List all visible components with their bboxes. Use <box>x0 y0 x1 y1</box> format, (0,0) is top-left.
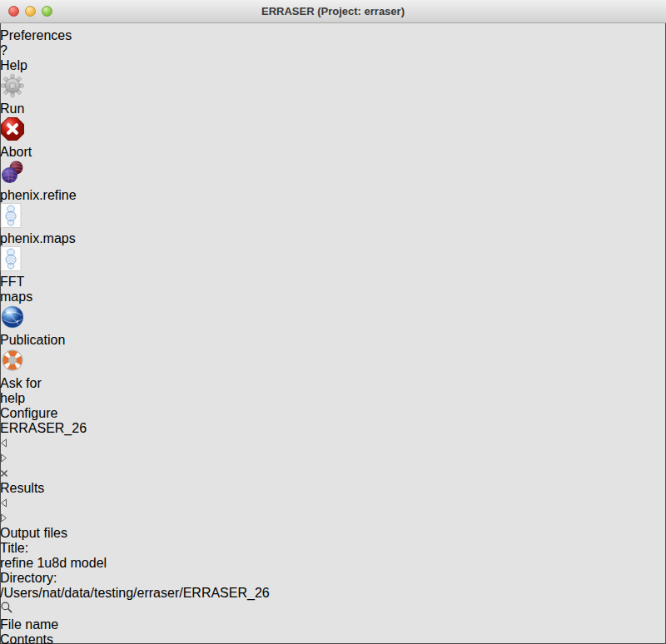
open-directory-button[interactable] <box>0 601 666 617</box>
toolbar-button-fft-maps[interactable]: FFT maps <box>0 246 50 305</box>
erraser-window: { "window": { "title": "ERRASER (Project… <box>0 0 666 644</box>
tab-results[interactable]: Results <box>0 481 666 496</box>
toolbar-label: Run <box>0 102 37 116</box>
output-files-section-label: Output files <box>0 526 666 541</box>
results-scroll-right-icon[interactable] <box>0 511 666 526</box>
toolbar-button-help[interactable]: ? Help <box>0 43 37 73</box>
toolbar-button-run[interactable]: Run <box>0 73 37 116</box>
life-ring-icon <box>0 348 60 376</box>
title-bar: ERRASER (Project: erraser) <box>0 0 666 23</box>
toolbar-button-phenix-maps[interactable]: phenix.maps <box>0 203 63 246</box>
toolbar-label: FFT maps <box>0 275 50 305</box>
magnifier-icon <box>0 602 13 617</box>
title-label: Title: <box>0 541 666 556</box>
results-tab-bar: Results <box>0 481 666 526</box>
tab-label: Configure <box>0 406 57 420</box>
tab-close-icon[interactable] <box>0 466 666 481</box>
globe-icon <box>0 305 55 333</box>
directory-value: /Users/nat/data/testing/erraser/ERRASER_… <box>0 586 666 601</box>
tab-erraser-26[interactable]: ERRASER_26 <box>0 421 666 436</box>
toolbar-button-abort[interactable]: Abort <box>0 116 42 160</box>
refine-spheres-icon <box>0 160 67 188</box>
toolbar: Preferences ? Help <box>0 0 666 406</box>
tab-scroll-right-icon[interactable] <box>0 451 666 466</box>
toolbar-button-publication[interactable]: Publication <box>0 305 55 348</box>
title-value: refine 1u8d model <box>0 556 666 571</box>
stop-x-icon <box>0 116 42 145</box>
tab-label: Results <box>0 481 44 495</box>
output-files-groupbox: Title: refine 1u8d model Directory: /Use… <box>0 541 666 644</box>
window-title: ERRASER (Project: erraser) <box>0 5 666 17</box>
question-mark-icon: ? <box>0 43 37 58</box>
toolbar-button-phenix-refine[interactable]: phenix.refine <box>0 160 67 203</box>
toolbar-label: Help <box>0 58 37 73</box>
density-map-icon <box>0 246 50 275</box>
toolbar-button-ask-for-help[interactable]: Ask for help <box>0 348 60 406</box>
column-header-file-name[interactable]: File name <box>0 617 307 632</box>
tab-label: ERRASER_26 <box>0 421 87 435</box>
output-files-table-header: File name Contents <box>0 617 666 644</box>
tab-configure[interactable]: Configure <box>0 406 666 421</box>
column-header-contents[interactable]: Contents <box>0 632 208 644</box>
toolbar-label: Abort <box>0 145 42 160</box>
gear-icon <box>0 73 37 102</box>
job-tab-bar: Configure ERRASER_26 <box>0 406 666 481</box>
directory-label: Directory: <box>0 571 666 586</box>
results-scroll-left-icon[interactable] <box>0 496 666 511</box>
toolbar-label: Preferences <box>0 28 60 43</box>
toolbar-label: phenix.refine <box>0 188 67 203</box>
toolbar-label: Publication <box>0 333 55 348</box>
toolbar-label: Ask for help <box>0 376 60 406</box>
density-map-icon <box>0 203 63 231</box>
toolbar-label: phenix.maps <box>0 231 63 246</box>
output-files-table: File name Contents 1u8d_0.pdb Refined mo… <box>0 617 666 644</box>
tab-scroll-left-icon[interactable] <box>0 436 666 451</box>
